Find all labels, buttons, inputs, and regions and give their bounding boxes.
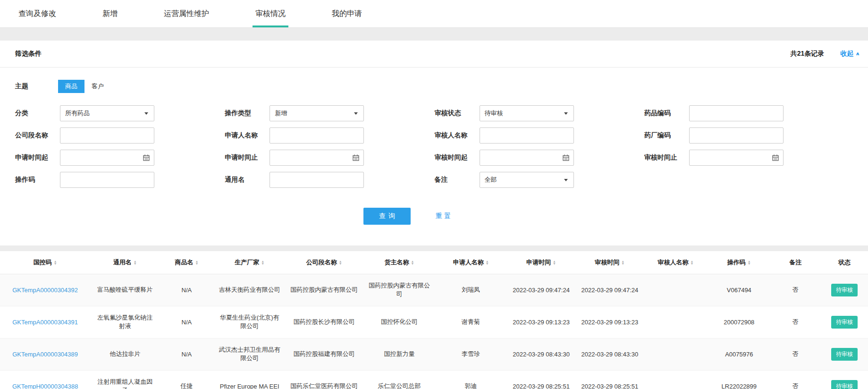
tab-查询及修改[interactable]: 查询及修改	[18, 0, 56, 27]
通用名-input[interactable]	[270, 172, 364, 188]
tab-审核情况[interactable]: 审核情况	[255, 0, 286, 27]
text-input[interactable]	[65, 132, 149, 139]
column-label: 生产厂家	[235, 258, 259, 267]
cell-生产厂家: 吉林天衡药业有限公司	[213, 274, 286, 306]
cell-申请时间: 2022-03-29 08:25:51	[506, 370, 576, 389]
sort-icon[interactable]: ▲▼	[195, 260, 198, 265]
cell-商品名: N/A	[160, 306, 213, 338]
text-input[interactable]	[275, 132, 359, 139]
chevron-up-icon: ∧	[855, 51, 860, 56]
filter-field-分类: 分类所有药品	[15, 105, 225, 121]
column-label: 公司段名称	[306, 258, 337, 267]
sort-icon[interactable]: ▲▼	[486, 260, 489, 265]
sort-icon[interactable]: ▲▼	[339, 260, 342, 265]
text-input[interactable]	[694, 132, 778, 139]
操作类型-select[interactable]: 新增	[270, 105, 364, 121]
date-input[interactable]	[694, 154, 778, 161]
column-header-inner[interactable]: 审核人名称▲▼	[658, 258, 694, 267]
column-header-inner[interactable]: 商品名▲▼	[175, 258, 198, 267]
column-header-inner[interactable]: 公司段名称▲▼	[306, 258, 342, 267]
审核人名称-input[interactable]	[480, 127, 574, 144]
date-input[interactable]	[65, 154, 149, 161]
cell-操作码: V067494	[708, 274, 770, 306]
sort-icon[interactable]: ▲▼	[621, 260, 624, 265]
tab-label: 查询及修改	[18, 9, 56, 19]
cell-生产厂家: Pfizer Europe MA EEI	[213, 370, 286, 389]
药厂编码-input[interactable]	[689, 127, 784, 144]
cell-申请时间: 2022-03-29 09:47:24	[506, 274, 576, 306]
tab-运营属性维护[interactable]: 运营属性维护	[164, 0, 209, 27]
calendar-icon	[353, 154, 359, 161]
date-input[interactable]	[485, 154, 569, 161]
sort-icon[interactable]: ▲▼	[54, 260, 57, 265]
column-header-inner[interactable]: 货主名称▲▼	[384, 258, 414, 267]
sort-icon[interactable]: ▲▼	[553, 260, 556, 265]
date-input[interactable]	[275, 154, 359, 161]
theme-option-客户[interactable]: 客户	[84, 80, 111, 93]
filter-field-药厂编码: 药厂编码	[644, 127, 854, 144]
药品编码-input[interactable]	[689, 105, 784, 121]
sort-icon[interactable]: ▲▼	[261, 260, 264, 265]
column-header-备注: 备注	[770, 251, 821, 274]
column-header-inner[interactable]: 生产厂家▲▼	[235, 258, 264, 267]
column-label: 货主名称	[384, 258, 409, 267]
sort-desc-icon: ▼	[486, 262, 489, 265]
column-header-inner[interactable]: 审核时间▲▼	[595, 258, 624, 267]
cell-生产厂家: 华夏生生药业(北京)有限公司	[213, 306, 286, 338]
申请人名称-input[interactable]	[270, 127, 364, 144]
column-header-inner[interactable]: 通用名▲▼	[113, 258, 137, 267]
操作码-input[interactable]	[60, 172, 154, 188]
reset-button[interactable]: 重置	[436, 212, 453, 220]
text-input[interactable]	[694, 110, 778, 117]
tab-label: 运营属性维护	[164, 9, 209, 19]
cell-申请时间: 2022-03-29 08:43:30	[506, 338, 576, 370]
分类-select[interactable]: 所有药品	[60, 105, 154, 121]
sort-icon[interactable]: ▲▼	[411, 260, 414, 265]
column-header-inner[interactable]: 操作码▲▼	[727, 258, 751, 267]
filter-field-操作码: 操作码	[15, 172, 225, 188]
gk-code-link[interactable]: GKTempA00000304391	[12, 319, 78, 326]
sort-icon[interactable]: ▲▼	[134, 260, 137, 265]
备注-select[interactable]: 全部	[480, 172, 574, 188]
申请时间止-date-input[interactable]	[270, 150, 364, 166]
column-header-状态: 状态	[821, 251, 868, 274]
tab-label: 审核情况	[255, 9, 286, 19]
column-header-inner[interactable]: 国控码▲▼	[34, 258, 57, 267]
sort-desc-icon: ▼	[691, 262, 694, 265]
cell-状态: 待审核	[821, 274, 868, 306]
results-table-panel: 国控码▲▼通用名▲▼商品名▲▼生产厂家▲▼公司段名称▲▼货主名称▲▼申请人名称▲…	[0, 251, 868, 389]
公司段名称-input[interactable]	[60, 127, 154, 144]
cell-通用名: 富马酸喹硫平缓释片	[90, 274, 160, 306]
sort-icon[interactable]: ▲▼	[691, 260, 694, 265]
审核时间止-date-input[interactable]	[689, 150, 784, 166]
column-header-inner[interactable]: 申请时间▲▼	[526, 258, 556, 267]
column-label: 通用名	[113, 258, 132, 267]
theme-label: 主题	[15, 82, 58, 91]
calendar-icon	[772, 154, 779, 161]
filter-field-审核人名称: 审核人名称	[435, 127, 644, 144]
gk-code-link[interactable]: GKTempA00000304392	[12, 287, 78, 294]
gk-code-link[interactable]: GKTempA00000304389	[12, 351, 78, 358]
cell-状态: 待审核	[821, 370, 868, 389]
text-input[interactable]	[485, 132, 569, 139]
text-input[interactable]	[275, 177, 359, 184]
column-header-国控码: 国控码▲▼	[0, 251, 90, 274]
审核时间起-date-input[interactable]	[480, 150, 574, 166]
cell-备注: 否	[770, 370, 821, 389]
text-input[interactable]	[65, 177, 149, 184]
cell-审核人名称	[643, 306, 708, 338]
theme-option-商品[interactable]: 商品	[58, 80, 84, 93]
column-header-inner[interactable]: 申请人名称▲▼	[453, 258, 489, 267]
status-badge: 待审核	[831, 348, 858, 361]
collapse-button[interactable]: 收起 ∧	[840, 50, 860, 58]
tab-我的申请[interactable]: 我的申请	[332, 0, 362, 27]
tab-新增[interactable]: 新增	[102, 0, 118, 27]
申请时间起-date-input[interactable]	[60, 150, 154, 166]
status-badge: 待审核	[831, 380, 858, 389]
search-button[interactable]: 查询	[363, 208, 411, 225]
sort-icon[interactable]: ▲▼	[748, 260, 751, 265]
sort-desc-icon: ▼	[339, 262, 342, 265]
select-value: 所有药品	[65, 109, 90, 118]
gk-code-link[interactable]: GKTempH00000304388	[12, 383, 78, 389]
审核状态-select[interactable]: 待审核	[480, 105, 574, 121]
